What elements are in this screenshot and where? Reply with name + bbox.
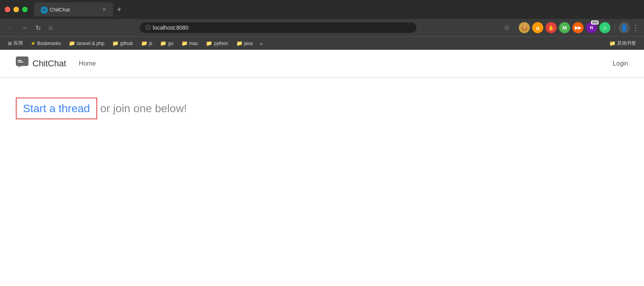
folder-icon: 📁 [112,40,119,46]
stop-extension-icon[interactable]: ✋ [546,22,557,33]
bookmark-star-button[interactable]: ☆ [501,23,512,33]
tab-close-button[interactable]: × [102,7,107,12]
page-content: ChitChat Home Login Start a thread or jo… [0,50,644,208]
login-link[interactable]: Login [613,60,628,67]
bookmark-github-label: github [120,41,133,46]
folder-icon: 📁 [69,40,75,46]
cookie-extension-icon[interactable]: 🍪 [519,22,530,33]
onenote-badge: 999 [591,21,599,24]
new-tab-button[interactable]: + [113,6,126,13]
close-window-button[interactable] [5,7,10,12]
home-button[interactable]: ⌂ [46,23,55,33]
bookmarks-more-button[interactable]: » [258,40,266,47]
apps-bookmark-item[interactable]: ⊞ 应用 [5,39,26,47]
info-icon: ⓘ [145,24,151,31]
bookmark-python-label: python [214,41,228,46]
bookmark-go-label: go [168,41,173,46]
join-text: or join one below! [100,102,187,115]
tab-favicon-icon: 🌐 [40,6,47,13]
logo-chat-icon [16,56,28,70]
smiley-extension-icon[interactable]: ☺ [599,22,610,33]
maximize-window-button[interactable] [22,7,28,12]
app-nav-links: Home [79,60,96,67]
bookmark-mac[interactable]: 📁 mac [178,40,201,47]
folder-icon: 📁 [236,40,243,46]
user-avatar[interactable]: 👤 [619,22,630,33]
other-bookmarks-label: 其他书签 [617,40,636,47]
more-options-button[interactable]: ⋮ [632,23,639,32]
bookmark-java-label: java [244,41,253,46]
apps-label: 应用 [13,40,23,47]
nav-home-link[interactable]: Home [79,60,96,67]
back-button[interactable]: ← [5,23,16,33]
bookmark-js[interactable]: 📁 js [138,40,156,47]
forward-button[interactable]: → [19,23,30,33]
folder-icon: 📁 [141,40,147,46]
bookmark-mac-label: mac [189,41,198,46]
amazon-extension-icon[interactable]: a [532,22,543,33]
bookmarks-star-item[interactable]: ★ Bookmarks [28,40,64,47]
main-content: Start a thread or join one below! [0,78,644,139]
other-bookmarks-folder-icon: 📁 [609,40,616,46]
m-extension-icon[interactable]: M [559,22,570,33]
toolbar-separator [614,24,615,32]
folder-icon: 📁 [160,40,166,46]
bookmark-github[interactable]: 📁 github [109,40,136,47]
app-title: ChitChat [32,58,66,69]
thread-cta: Start a thread or join one below! [16,98,628,119]
bookmark-js-label: js [149,41,153,46]
bookmark-java[interactable]: 📁 java [233,40,256,47]
tab-title: ChitChat [50,7,99,13]
apps-grid-icon: ⊞ [8,41,12,46]
rss-extension-icon[interactable]: ▶▶ [572,22,584,33]
browser-tab[interactable]: 🌐 ChitChat × [34,2,113,17]
onenote-extension-wrap: N 999 [586,22,597,33]
star-bookmark-icon: ★ [31,40,36,46]
app-logo-link[interactable]: ChitChat [16,56,66,70]
folder-icon: 📁 [206,40,212,46]
app-navbar: ChitChat Home Login [0,50,644,77]
start-thread-link[interactable]: Start a thread [16,98,97,119]
bookmark-other[interactable]: 📁 其他书签 [606,39,639,47]
bookmark-laravel[interactable]: 📁 laravel & php [66,40,107,47]
address-bar: ⓘ [140,23,416,33]
minimize-window-button[interactable] [13,7,19,12]
reload-button[interactable]: ↻ [33,23,43,33]
app-nav-right: Login [613,60,628,67]
url-input[interactable] [153,24,411,31]
folder-icon: 📁 [181,40,188,46]
bookmark-laravel-label: laravel & php [77,41,104,46]
bookmark-go[interactable]: 📁 go [157,40,176,47]
bookmarks-label: Bookmarks [37,41,61,46]
bookmark-python[interactable]: 📁 python [203,40,231,47]
